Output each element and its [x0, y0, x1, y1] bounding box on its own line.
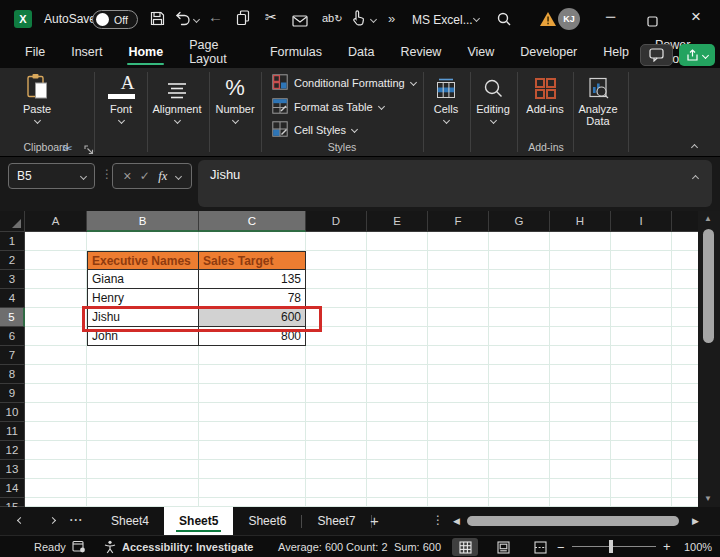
cell-D9[interactable]	[306, 384, 367, 403]
cell-A10[interactable]	[25, 403, 87, 422]
cell-E2[interactable]	[367, 251, 428, 270]
addins-button[interactable]: Add-ins	[521, 72, 569, 115]
vertical-scrollbar[interactable]: ▲ ▼	[698, 211, 720, 507]
enter-button[interactable]: ✓	[140, 169, 150, 183]
cell-partial-2[interactable]	[672, 251, 698, 270]
cell-A1[interactable]	[25, 232, 87, 251]
cell-D15[interactable]	[306, 498, 367, 507]
cell-G12[interactable]	[489, 441, 550, 460]
vertical-scrollbar-thumb[interactable]	[703, 229, 714, 343]
cell-C11[interactable]	[199, 422, 306, 441]
cell-H12[interactable]	[550, 441, 611, 460]
hscroll-right-icon[interactable]: ▶	[692, 516, 699, 526]
hscroll-left-icon[interactable]: ◀	[453, 516, 460, 526]
row-header-2[interactable]: 2	[0, 251, 25, 270]
cell-C9[interactable]	[199, 384, 306, 403]
tab-home[interactable]: Home	[115, 39, 176, 67]
cell-C6[interactable]: 800	[199, 327, 306, 346]
cell-G8[interactable]	[489, 365, 550, 384]
cell-partial-7[interactable]	[672, 346, 698, 365]
formula-input[interactable]: Jishu	[198, 160, 712, 207]
column-header-A[interactable]: A	[25, 211, 87, 232]
macro-record-icon[interactable]	[72, 540, 86, 555]
page-break-preview-button[interactable]	[527, 538, 553, 556]
sheet-tab-sheet5[interactable]: Sheet5	[164, 507, 233, 535]
zoom-in-button[interactable]: +	[663, 539, 671, 554]
cell-partial-11[interactable]	[672, 422, 698, 441]
editing-group-button[interactable]: Editing	[468, 72, 518, 123]
cell-I1[interactable]	[611, 232, 672, 251]
cell-G2[interactable]	[489, 251, 550, 270]
cell-B15[interactable]	[87, 498, 199, 507]
font-group-button[interactable]: A Font	[99, 72, 143, 123]
comments-button[interactable]	[640, 44, 673, 66]
cell-E12[interactable]	[367, 441, 428, 460]
cell-A2[interactable]	[25, 251, 87, 270]
cell-G11[interactable]	[489, 422, 550, 441]
cell-partial-4[interactable]	[672, 289, 698, 308]
collapse-ribbon-chevron-icon[interactable]	[691, 144, 698, 151]
cell-C15[interactable]	[199, 498, 306, 507]
autosave-toggle[interactable]: Off	[92, 10, 138, 29]
cell-H15[interactable]	[550, 498, 611, 507]
row-header-10[interactable]: 10	[0, 403, 25, 422]
cell-C1[interactable]	[199, 232, 306, 251]
row-header-4[interactable]: 4	[0, 289, 25, 308]
cell-C3[interactable]: 135	[199, 270, 306, 289]
analyze-data-button[interactable]: AnalyzeData	[570, 72, 626, 127]
cell-A13[interactable]	[25, 460, 87, 479]
row-header-12[interactable]: 12	[0, 441, 25, 460]
cell-C5[interactable]: 600	[199, 308, 306, 327]
cell-G13[interactable]	[489, 460, 550, 479]
cell-G15[interactable]	[489, 498, 550, 507]
cancel-button[interactable]: ×	[123, 168, 131, 184]
cell-D14[interactable]	[306, 479, 367, 498]
cell-E1[interactable]	[367, 232, 428, 251]
share-button[interactable]	[679, 44, 715, 66]
touch-mouse-mode-icon[interactable]	[352, 10, 365, 30]
row-header-7[interactable]: 7	[0, 346, 25, 365]
cut-icon[interactable]: ✂	[265, 9, 277, 25]
tab-review[interactable]: Review	[387, 39, 454, 67]
row-header-3[interactable]: 3	[0, 270, 25, 289]
column-header-F[interactable]: F	[428, 211, 489, 232]
undo-dropdown-chevron-icon[interactable]	[193, 16, 200, 23]
sheet-options-dots-icon[interactable]: ⋮	[432, 513, 444, 527]
cell-I14[interactable]	[611, 479, 672, 498]
format-as-table-button[interactable]: Format as Table	[272, 98, 384, 115]
cell-A6[interactable]	[25, 327, 87, 346]
redo-back-icon[interactable]: ←	[208, 8, 223, 25]
tab-help[interactable]: Help	[590, 39, 642, 67]
cell-C12[interactable]	[199, 441, 306, 460]
email-icon[interactable]	[292, 13, 309, 31]
cell-H11[interactable]	[550, 422, 611, 441]
column-header-E[interactable]: E	[367, 211, 428, 232]
row-header-8[interactable]: 8	[0, 365, 25, 384]
cell-F13[interactable]	[428, 460, 489, 479]
cell-B6[interactable]: John	[87, 327, 199, 346]
cell-E13[interactable]	[367, 460, 428, 479]
cells-group-button[interactable]: Cells	[424, 72, 468, 123]
scroll-down-icon[interactable]: ▼	[704, 494, 712, 503]
cell-H5[interactable]	[550, 308, 611, 327]
tab-view[interactable]: View	[454, 39, 507, 67]
column-header-C[interactable]: C	[199, 211, 306, 232]
cell-A8[interactable]	[25, 365, 87, 384]
cell-A12[interactable]	[25, 441, 87, 460]
cell-G4[interactable]	[489, 289, 550, 308]
cell-A7[interactable]	[25, 346, 87, 365]
tab-developer[interactable]: Developer	[507, 39, 590, 67]
minimize-button[interactable]: ─	[606, 9, 615, 24]
row-header-15[interactable]: 15	[0, 498, 25, 507]
cell-B4[interactable]: Henry	[87, 289, 199, 308]
cell-partial-6[interactable]	[672, 327, 698, 346]
cell-partial-5[interactable]	[672, 308, 698, 327]
cell-C14[interactable]	[199, 479, 306, 498]
cell-H14[interactable]	[550, 479, 611, 498]
cell-B7[interactable]	[87, 346, 199, 365]
sheet-tab-sheet7[interactable]: Sheet7	[302, 507, 370, 535]
cell-styles-button[interactable]: Cell Styles	[272, 121, 357, 138]
cell-D6[interactable]	[306, 327, 367, 346]
cell-E8[interactable]	[367, 365, 428, 384]
cell-D5[interactable]	[306, 308, 367, 327]
